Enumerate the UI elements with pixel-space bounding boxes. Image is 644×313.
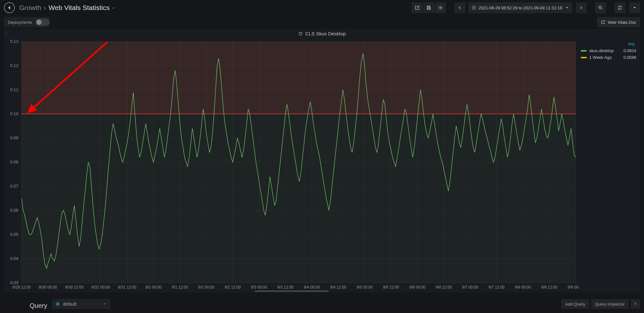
tab-query[interactable]: Query bbox=[30, 299, 47, 309]
chevron-right-icon bbox=[579, 5, 584, 10]
heart-icon bbox=[298, 32, 303, 36]
svg-text:9/9 00:00: 9/9 00:00 bbox=[568, 285, 579, 290]
svg-text:9/8 12:00: 9/8 12:00 bbox=[541, 285, 557, 290]
template-var-deployments: Deployments bbox=[4, 17, 50, 27]
save-button[interactable] bbox=[423, 2, 434, 13]
page-title-text: Web Vitals Statistics bbox=[49, 4, 110, 12]
panel-cls-skus-desktop: i CLS Skus Desktop 0.030.040.050.060.070… bbox=[4, 29, 640, 293]
svg-text:0.04: 0.04 bbox=[10, 256, 18, 261]
back-button[interactable] bbox=[4, 2, 15, 13]
query-inspector-button[interactable]: Query Inspector bbox=[591, 299, 629, 309]
svg-text:9/3 00:00: 9/3 00:00 bbox=[251, 285, 267, 290]
svg-text:8/30 12:00: 8/30 12:00 bbox=[65, 285, 83, 290]
legend-value: 0.0596 bbox=[617, 55, 636, 60]
legend-swatch bbox=[581, 57, 587, 58]
svg-text:9/2 00:00: 9/2 00:00 bbox=[198, 285, 214, 290]
legend-label: 1 Week Ago bbox=[589, 55, 617, 60]
legend-swatch bbox=[581, 50, 587, 51]
time-next-button[interactable] bbox=[576, 2, 587, 13]
caret-down-icon bbox=[103, 302, 107, 306]
share-button[interactable] bbox=[412, 2, 423, 13]
svg-text:8/31 00:00: 8/31 00:00 bbox=[91, 285, 110, 290]
gear-icon bbox=[438, 5, 443, 10]
svg-text:8/29 12:00: 8/29 12:00 bbox=[13, 285, 31, 290]
svg-text:8/31 12:00: 8/31 12:00 bbox=[118, 285, 136, 290]
svg-text:9/5 00:00: 9/5 00:00 bbox=[357, 285, 373, 290]
chart-area[interactable]: 0.030.040.050.060.070.080.090.100.110.12… bbox=[4, 38, 579, 292]
svg-text:9/4 12:00: 9/4 12:00 bbox=[330, 285, 346, 290]
refresh-icon bbox=[617, 5, 622, 10]
zoom-out-button[interactable] bbox=[595, 2, 606, 13]
legend-item[interactable]: skus.desktop0.0824 bbox=[581, 47, 636, 54]
svg-text:8/30 00:00: 8/30 00:00 bbox=[39, 285, 57, 290]
panel-info-icon[interactable]: i bbox=[6, 30, 7, 35]
svg-text:0.05: 0.05 bbox=[10, 232, 18, 237]
chart-svg: 0.030.040.050.060.070.080.090.100.110.12… bbox=[4, 38, 579, 292]
svg-text:0.08: 0.08 bbox=[10, 160, 18, 164]
refresh-interval-button[interactable] bbox=[629, 2, 640, 13]
horizontal-scrollbar[interactable] bbox=[255, 290, 329, 292]
svg-text:0.13: 0.13 bbox=[10, 39, 18, 44]
refresh-button[interactable] bbox=[614, 2, 625, 13]
save-icon bbox=[426, 5, 431, 10]
arrow-left-icon bbox=[6, 5, 12, 11]
subbar: Deployments Web Vitals Doc bbox=[0, 15, 644, 29]
svg-text:0.10: 0.10 bbox=[10, 111, 18, 116]
svg-text:9/8 00:00: 9/8 00:00 bbox=[515, 285, 531, 290]
legend-item[interactable]: 1 Week Ago0.0596 bbox=[581, 54, 636, 61]
page-title[interactable]: Web Vitals Statistics bbox=[49, 4, 115, 12]
legend-header[interactable]: avg bbox=[581, 41, 636, 47]
svg-text:0.03: 0.03 bbox=[10, 280, 18, 285]
time-range-picker[interactable]: 2021-08-29 08:52:29 to 2021-09-09 11:31:… bbox=[468, 2, 573, 13]
chevron-down-icon bbox=[111, 4, 115, 12]
svg-text:9/2 12:00: 9/2 12:00 bbox=[225, 285, 241, 290]
caret-down-icon bbox=[632, 5, 637, 10]
svg-text:9/6 00:00: 9/6 00:00 bbox=[409, 285, 426, 290]
doc-link-label: Web Vitals Doc bbox=[608, 20, 636, 25]
svg-text:9/6 12:00: 9/6 12:00 bbox=[436, 285, 452, 290]
query-editor-row: Query default Add Query Query Inspector … bbox=[0, 297, 644, 311]
svg-text:9/1 00:00: 9/1 00:00 bbox=[146, 285, 162, 290]
legend-label: skus.desktop bbox=[589, 48, 617, 53]
legend: avg skus.desktop0.08241 Week Ago0.0596 bbox=[579, 38, 640, 292]
legend-value: 0.0824 bbox=[617, 48, 636, 53]
share-icon bbox=[415, 5, 420, 10]
datasource-select[interactable]: default bbox=[52, 299, 110, 309]
panel-title[interactable]: CLS Skus Desktop bbox=[4, 29, 640, 38]
datasource-icon bbox=[55, 301, 60, 307]
caret-down-icon bbox=[565, 5, 569, 10]
deployments-toggle[interactable] bbox=[35, 19, 50, 26]
breadcrumb-separator: › bbox=[44, 4, 46, 12]
zoom-out-icon bbox=[598, 5, 603, 10]
web-vitals-doc-link[interactable]: Web Vitals Doc bbox=[597, 17, 640, 27]
breadcrumb-folder[interactable]: Growth bbox=[19, 4, 41, 12]
svg-text:0.09: 0.09 bbox=[10, 135, 18, 140]
svg-text:9/3 12:00: 9/3 12:00 bbox=[277, 285, 293, 290]
svg-text:9/1 12:00: 9/1 12:00 bbox=[172, 285, 188, 290]
clock-icon bbox=[472, 5, 476, 10]
svg-text:0.11: 0.11 bbox=[10, 87, 18, 92]
svg-text:0.07: 0.07 bbox=[10, 184, 18, 189]
svg-text:9/5 12:00: 9/5 12:00 bbox=[383, 285, 399, 290]
svg-text:9/7 00:00: 9/7 00:00 bbox=[462, 285, 478, 290]
svg-point-0 bbox=[440, 7, 441, 8]
svg-text:9/7 12:00: 9/7 12:00 bbox=[488, 285, 505, 290]
svg-text:9/4 00:00: 9/4 00:00 bbox=[304, 285, 320, 290]
datasource-label: default bbox=[63, 301, 76, 307]
template-var-label: Deployments bbox=[8, 20, 32, 25]
query-help-button[interactable]: ? bbox=[630, 299, 640, 309]
chevron-left-icon bbox=[457, 5, 462, 10]
time-prev-button[interactable] bbox=[454, 2, 465, 13]
breadcrumb: Growth › Web Vitals Statistics bbox=[19, 4, 115, 12]
svg-rect-70 bbox=[22, 41, 576, 114]
topbar: Growth › Web Vitals Statistics 2021-08-2… bbox=[0, 0, 644, 15]
external-link-icon bbox=[601, 20, 605, 24]
time-range-text: 2021-08-29 08:52:29 to 2021-09-09 11:31:… bbox=[479, 5, 562, 10]
settings-button[interactable] bbox=[435, 2, 446, 13]
toolbar-group-left bbox=[411, 2, 446, 13]
panel-title-text: CLS Skus Desktop bbox=[305, 31, 346, 36]
svg-text:0.12: 0.12 bbox=[10, 63, 18, 68]
svg-text:0.06: 0.06 bbox=[10, 208, 18, 213]
add-query-button[interactable]: Add Query bbox=[561, 299, 589, 309]
